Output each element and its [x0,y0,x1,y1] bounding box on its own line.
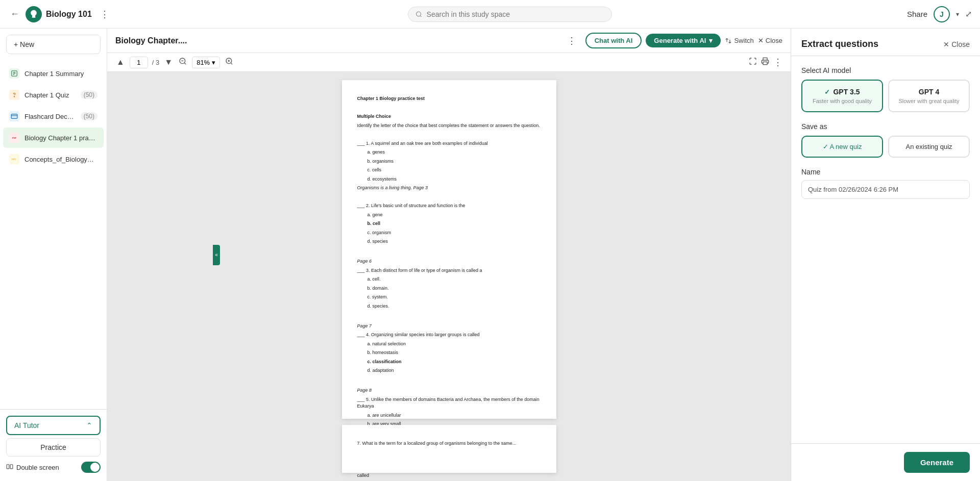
top-header: ← Biology 101 ⋮ Share J ▾ ⤢ [0,0,980,29]
svg-rect-12 [7,465,9,469]
doc-viewer: Biology Chapter.... ⋮ Chat with AI Gener… [107,29,791,481]
doc-more-button[interactable]: ⋮ [564,34,579,47]
sidebar-item-label: Biology Chapter 1 practice t... [24,134,97,142]
header-right: Share J ▾ ⤢ [907,6,972,22]
app-title: Biology 101 [46,10,92,19]
app-logo-icon [29,9,39,19]
zoom-chevron-icon: ▾ [212,59,215,66]
zoom-in-button[interactable] [224,56,234,68]
sidebar-item-label: Concepts_of_Biology_Chap... [24,156,97,163]
sidebar-item-chapter1-quiz[interactable]: Chapter 1 Quiz (50) [3,85,104,105]
ai-tutor-button[interactable]: AI Tutor ⌃ [6,416,101,435]
select-model-label: Select AI model [801,66,970,74]
model-options: ✓ GPT 3.5 Faster with good quality GPT 4… [801,80,970,112]
close-doc-button[interactable]: ✕ Close [758,37,782,44]
rp-body: Select AI model ✓ GPT 3.5 Faster with go… [791,56,980,443]
svg-point-0 [416,12,421,16]
name-input[interactable] [801,180,970,199]
rp-footer: Generate [791,443,980,481]
pdf-icon: PDF [9,133,19,143]
collapse-sidebar-button[interactable]: « [213,245,220,265]
app-logo [26,6,42,22]
rp-close-button[interactable]: ✕ Close [943,40,970,48]
share-button[interactable]: Share [907,10,927,18]
ppt-icon: PPT [9,154,19,164]
double-screen-row: Double screen [6,460,101,475]
svg-point-5 [14,96,14,97]
page-total: / 3 [152,59,159,66]
doc-actions: Chat with AI Generate with AI ▾ Switch ✕… [585,33,782,48]
avatar[interactable]: J [934,6,950,22]
doc-page-1: Chapter 1 Biology practice test Multiple… [342,80,556,419]
model-gpt4-card[interactable]: GPT 4 Slower with great quality [888,80,970,112]
save-as-options: ✓ A new quiz An existing quiz [801,136,970,158]
avatar-chevron-icon[interactable]: ▾ [956,11,959,18]
app-more-button[interactable]: ⋮ [96,7,113,22]
doc-nav: ▲ / 3 ▼ 81% ▾ [107,53,791,72]
doc-pages: Chapter 1 Biology practice test Multiple… [107,72,791,481]
zoom-out-button[interactable] [178,56,188,68]
page-up-button[interactable]: ▲ [115,57,126,68]
save-new-check-icon: ✓ [823,143,830,150]
save-existing-quiz-card[interactable]: An existing quiz [888,136,970,158]
name-section: Name [801,168,970,199]
back-button[interactable]: ← [8,7,21,21]
ai-tutor-label: AI Tutor [14,421,39,429]
doc-partial-content: 7. What is the term for a localized grou… [357,440,541,447]
toggle-knob [90,463,100,472]
model-gpt4-title: GPT 4 [896,88,962,96]
page-down-button[interactable]: ▼ [163,57,174,68]
model-gpt35-sub: Faster with good quality [810,98,875,104]
header-center [113,7,907,22]
search-input[interactable] [427,10,605,18]
sidebar-item-bio-practice[interactable]: PDF Biology Chapter 1 practice t... [3,128,104,148]
flashcard-icon [9,111,19,121]
generate-label: Generate with AI [654,37,706,44]
content-area: « Biology Chapter.... ⋮ Chat with AI Gen… [107,29,980,481]
sidebar-item-flashcard[interactable]: Flashcard Deck 1 (50) [3,106,104,126]
svg-rect-13 [10,465,13,469]
double-screen-toggle[interactable] [81,462,101,473]
practice-button[interactable]: Practice [6,438,101,457]
switch-label: Switch [734,37,753,44]
name-label: Name [801,168,970,176]
generate-chevron-icon: ▾ [709,37,713,44]
fullscreen-button[interactable] [749,57,757,67]
expand-button[interactable]: ⤢ [965,9,972,19]
save-as-section: Save as ✓ A new quiz An existing quiz [801,122,970,158]
close-label: Close [766,37,782,44]
svg-rect-19 [763,62,767,64]
model-gpt35-title: ✓ GPT 3.5 [810,88,875,96]
generate-with-ai-button[interactable]: Generate with AI ▾ [646,34,721,47]
svg-rect-6 [11,114,17,118]
sidebar-top: + New [0,29,107,60]
rp-title: Extract questions [801,39,878,49]
page-number-input[interactable] [130,57,148,68]
switch-button[interactable]: Switch [725,37,753,44]
sidebar-item-label: Flashcard Deck 1 [24,113,76,120]
doc-nav-more-button[interactable]: ⋮ [773,57,782,68]
doc-title: Biology Chapter.... [115,36,558,45]
model-gpt35-card[interactable]: ✓ GPT 3.5 Faster with good quality [801,80,883,112]
doc-toolbar: Biology Chapter.... ⋮ Chat with AI Gener… [107,29,791,53]
new-button[interactable]: + New [6,35,101,54]
print-button[interactable] [761,57,769,67]
right-panel: Extract questions ✕ Close Select AI mode… [791,29,980,481]
sidebar-item-chapter1-summary[interactable]: Chapter 1 Summary [3,63,104,84]
search-bar[interactable] [408,7,612,22]
svg-text:PPT: PPT [12,158,16,161]
sidebar-items: Chapter 1 Summary Chapter 1 Quiz (50) Fl… [0,60,107,409]
model-gpt4-sub: Slower with great quality [896,98,962,104]
doc-content: Chapter 1 Biology practice test Multiple… [357,95,541,481]
generate-final-button[interactable]: Generate [904,452,970,473]
model-selection-section: Select AI model ✓ GPT 3.5 Faster with go… [801,66,970,112]
save-new-quiz-card[interactable]: ✓ A new quiz [801,136,883,158]
zoom-level-selector[interactable]: 81% ▾ [192,57,220,68]
sidebar-item-concepts[interactable]: PPT Concepts_of_Biology_Chap... [3,149,104,169]
svg-text:PDF: PDF [12,137,17,139]
summary-icon [9,68,19,79]
rp-header: Extract questions ✕ Close [791,29,980,56]
search-icon [415,11,422,18]
chat-ai-button[interactable]: Chat with AI [585,33,642,48]
switch-icon [725,37,732,44]
